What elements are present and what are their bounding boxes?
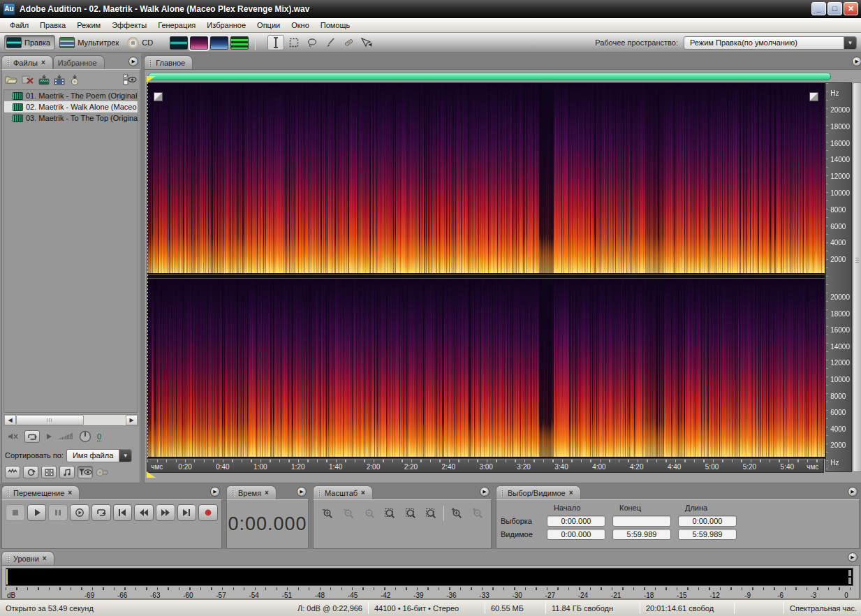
panel-menu-button[interactable]: ▶ — [210, 487, 220, 497]
show-audio-icon[interactable] — [5, 466, 20, 478]
close-tab-icon[interactable]: × — [361, 489, 365, 497]
selection-value-field[interactable]: 0:00.000 — [547, 529, 605, 540]
file-list[interactable]: 01. Maetrik - The Poem (Original02. Maet… — [3, 89, 138, 413]
minimize-button[interactable]: _ — [811, 2, 826, 15]
tab-zoom[interactable]: Масштаб × — [313, 485, 373, 499]
open-file-icon[interactable] — [5, 75, 17, 85]
fast-forward-button[interactable] — [156, 504, 175, 521]
loop-play-button[interactable] — [91, 504, 111, 521]
loop-toggle-icon[interactable] — [24, 430, 40, 443]
zoom-out-horizontal-button[interactable] — [340, 506, 357, 520]
spectrogram-canvas[interactable] — [147, 82, 825, 459]
playhead-line[interactable] — [147, 82, 148, 457]
stop-button[interactable] — [6, 504, 25, 521]
effects-paintbrush-icon[interactable] — [322, 35, 339, 50]
file-list-item[interactable]: 01. Maetrik - The Poem (Original — [4, 90, 138, 101]
zoom-out-vertical-button[interactable] — [469, 506, 485, 520]
go-to-end-button[interactable] — [177, 504, 197, 521]
tab-selection[interactable]: Выбор/Видимое × — [496, 485, 581, 499]
spectral-pan-view-icon[interactable] — [210, 36, 228, 50]
corner-handle-icon[interactable] — [809, 92, 818, 101]
time-ruler[interactable]: чмс0:200:401:001:201:402:002:202:403:003… — [147, 459, 824, 473]
record-button[interactable] — [198, 504, 218, 521]
spectral-frequency-view-icon[interactable] — [190, 36, 208, 50]
close-button[interactable]: ✕ — [844, 2, 858, 15]
edit-view-button[interactable]: Правка — [4, 35, 55, 50]
menu-Режим[interactable]: Режим — [71, 20, 106, 31]
panel-menu-button[interactable]: ▶ — [128, 57, 138, 66]
pause-button[interactable] — [48, 504, 68, 521]
close-tab-icon[interactable]: × — [41, 59, 45, 66]
go-to-start-button[interactable] — [113, 504, 133, 521]
tab-time[interactable]: Время × — [226, 485, 277, 499]
frequency-ruler[interactable]: Hz20000180001600014000120001000080006000… — [825, 82, 852, 472]
maximize-button[interactable]: □ — [827, 2, 842, 15]
selection-value-field[interactable]: 0:00.000 — [547, 515, 605, 527]
close-tab-icon[interactable]: × — [68, 489, 72, 497]
menu-Помощь[interactable]: Помощь — [315, 20, 356, 31]
zoom-in-horizontal-button[interactable] — [319, 506, 336, 520]
scrollbar-thumb[interactable] — [16, 415, 84, 425]
play-small-icon[interactable] — [45, 433, 52, 440]
mute-speaker-icon[interactable] — [8, 432, 19, 441]
menu-Опции[interactable]: Опции — [251, 20, 286, 31]
scroll-right-icon[interactable]: ▶ — [126, 415, 138, 425]
menu-Окно[interactable]: Окно — [286, 20, 315, 31]
cd-extract-icon[interactable] — [96, 468, 108, 477]
zoom-in-vertical-button[interactable] — [448, 506, 465, 520]
preview-volume-value[interactable]: 0 — [97, 432, 101, 441]
import-video-icon[interactable] — [54, 75, 65, 85]
panel-menu-button[interactable]: ▶ — [297, 487, 307, 497]
show-loop-icon[interactable] — [23, 466, 38, 478]
workspace-dropdown[interactable]: Режим Правка(по умолчанию) ▼ — [684, 36, 857, 50]
close-tab-icon[interactable]: × — [265, 489, 269, 497]
time-selection-icon[interactable] — [267, 35, 284, 50]
tab-levels[interactable]: Уровни × — [1, 551, 54, 565]
close-file-icon[interactable] — [22, 75, 34, 85]
panel-menu-button[interactable]: ▶ — [848, 552, 858, 562]
corner-handle-icon[interactable] — [154, 92, 163, 101]
close-tab-icon[interactable]: × — [43, 555, 47, 562]
options-toggle-icon[interactable] — [123, 74, 137, 85]
cd-view-button[interactable]: CD — [126, 36, 157, 50]
menu-Правка[interactable]: Правка — [34, 20, 71, 31]
selection-value-field[interactable]: 0:00.000 — [678, 515, 737, 527]
horizontal-zoom-scrollbar[interactable] — [148, 73, 831, 80]
rewind-button[interactable] — [134, 504, 154, 521]
selection-value-field[interactable] — [612, 515, 671, 527]
filter-eye-icon[interactable] — [78, 466, 93, 478]
panel-menu-button[interactable]: ▶ — [852, 57, 861, 66]
file-list-item[interactable]: 02. Maetrik - Walk Alone (Maceo — [4, 101, 138, 112]
files-horizontal-scrollbar[interactable]: ◀ ▶ — [3, 414, 138, 426]
waveform-view-icon[interactable] — [170, 36, 188, 50]
zoom-out-full-button[interactable] — [360, 506, 377, 520]
spectral-phase-view-icon[interactable] — [230, 36, 249, 50]
chevron-down-icon[interactable]: ▼ — [844, 37, 856, 49]
menu-Файл[interactable]: Файл — [4, 20, 34, 31]
file-list-item[interactable]: 03. Maetrik - To The Top (Origina — [4, 112, 138, 124]
zoom-selection-left-button[interactable] — [402, 506, 419, 520]
show-midi-icon[interactable] — [59, 466, 75, 478]
tab-files[interactable]: Файлы × — [1, 55, 53, 69]
marquee-selection-icon[interactable] — [286, 35, 302, 50]
lasso-selection-icon[interactable] — [304, 35, 321, 50]
zoom-selection-right-button[interactable] — [422, 506, 439, 520]
selection-value-field[interactable]: 5:59.989 — [612, 529, 671, 540]
panel-menu-button[interactable]: ▶ — [480, 487, 490, 497]
spot-healing-icon[interactable] — [340, 35, 357, 50]
play-from-cursor-button[interactable] — [70, 504, 89, 521]
play-button[interactable] — [27, 504, 47, 521]
close-tab-icon[interactable]: × — [569, 489, 573, 497]
tab-transport[interactable]: Перемещение × — [1, 485, 80, 499]
playhead-marker-bottom[interactable] — [147, 471, 156, 478]
volume-bars-icon[interactable] — [58, 432, 73, 441]
menu-Избранное[interactable]: Избранное — [201, 20, 251, 31]
tab-main[interactable]: Главное — [144, 55, 193, 69]
selection-value-field[interactable]: 5:59.989 — [678, 529, 737, 540]
import-cd-icon[interactable] — [69, 75, 80, 85]
panel-menu-button[interactable]: ▶ — [848, 487, 858, 497]
menu-Генерация[interactable]: Генерация — [152, 20, 201, 31]
level-meter[interactable] — [6, 568, 853, 586]
show-video-icon[interactable] — [41, 466, 57, 478]
chevron-down-icon[interactable]: ▼ — [119, 450, 131, 462]
